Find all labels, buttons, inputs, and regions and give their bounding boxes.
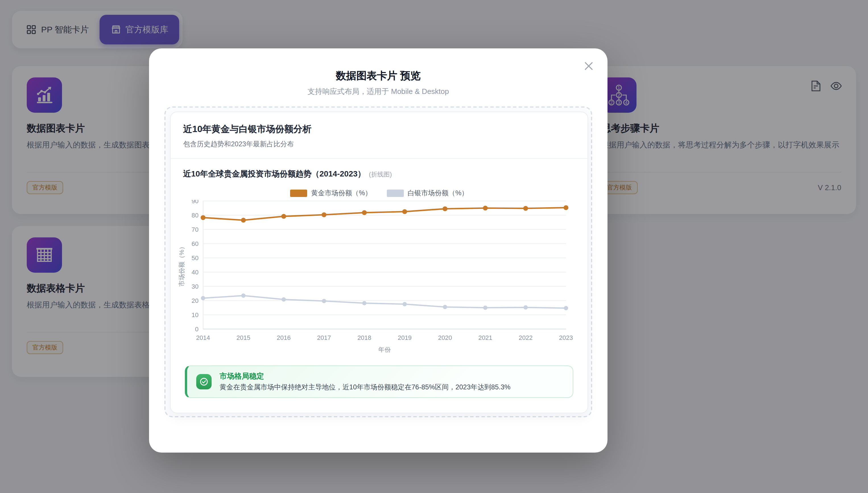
chart-title: 近10年全球贵金属投资市场份额趋势（2014-2023）(折线图) <box>183 169 392 179</box>
legend-label: 白银市场份额（%） <box>408 189 468 198</box>
svg-text:80: 80 <box>192 212 199 219</box>
svg-text:2017: 2017 <box>317 334 331 341</box>
chart-preview-card: 近10年黄金与白银市场份额分析 包含历史趋势和2023年最新占比分布 近10年全… <box>170 112 588 413</box>
svg-text:2021: 2021 <box>478 334 492 341</box>
svg-text:2016: 2016 <box>277 334 291 341</box>
svg-text:2023: 2023 <box>559 334 573 341</box>
modal-subtitle: 支持响应式布局，适用于 Mobile & Desktop <box>149 87 608 97</box>
divider <box>170 158 588 159</box>
preview-modal: 数据图表卡片 预览 支持响应式布局，适用于 Mobile & Desktop 近… <box>149 48 608 453</box>
chart-legend: 黄金市场份额（%） 白银市场份额（%） <box>170 189 588 198</box>
svg-text:40: 40 <box>192 269 199 276</box>
svg-text:市场份额（%）: 市场份额（%） <box>178 243 185 287</box>
svg-text:10: 10 <box>192 312 199 319</box>
svg-text:2019: 2019 <box>397 334 412 341</box>
silver-swatch <box>387 190 404 197</box>
legend-item-silver[interactable]: 白银市场份额（%） <box>387 189 468 198</box>
svg-text:年份: 年份 <box>378 346 391 352</box>
svg-text:2022: 2022 <box>519 334 533 341</box>
gold-swatch <box>290 190 307 197</box>
check-icon <box>196 374 212 389</box>
insight-body: 黄金在贵金属市场中保持绝对主导地位，近10年市场份额稳定在76-85%区间，20… <box>220 383 510 392</box>
svg-text:0: 0 <box>195 326 199 333</box>
preview-card-title: 近10年黄金与白银市场份额分析 <box>183 124 312 135</box>
modal-title: 数据图表卡片 预览 <box>149 69 608 83</box>
svg-text:2020: 2020 <box>438 334 452 341</box>
chart-type-tag: (折线图) <box>369 171 392 178</box>
svg-text:20: 20 <box>192 297 199 304</box>
line-chart: 0102030405060708090201420152016201720182… <box>177 200 575 352</box>
legend-label: 黄金市场份额（%） <box>311 189 372 198</box>
svg-text:30: 30 <box>192 283 199 290</box>
svg-text:2018: 2018 <box>358 334 371 341</box>
app-stage: PP 智能卡片 官方模版库 <box>0 0 868 493</box>
close-icon[interactable] <box>581 59 596 73</box>
svg-text:60: 60 <box>192 240 199 248</box>
svg-text:2015: 2015 <box>236 334 250 341</box>
svg-text:50: 50 <box>192 255 199 262</box>
svg-text:70: 70 <box>192 226 199 233</box>
preview-card-subtitle: 包含历史趋势和2023年最新占比分布 <box>183 140 294 149</box>
svg-text:2014: 2014 <box>196 334 210 341</box>
insight-box: 市场格局稳定 黄金在贵金属市场中保持绝对主导地位，近10年市场份额稳定在76-8… <box>185 365 573 398</box>
insight-title: 市场格局稳定 <box>220 371 264 381</box>
legend-item-gold[interactable]: 黄金市场份额（%） <box>290 189 372 198</box>
svg-text:90: 90 <box>192 200 199 205</box>
